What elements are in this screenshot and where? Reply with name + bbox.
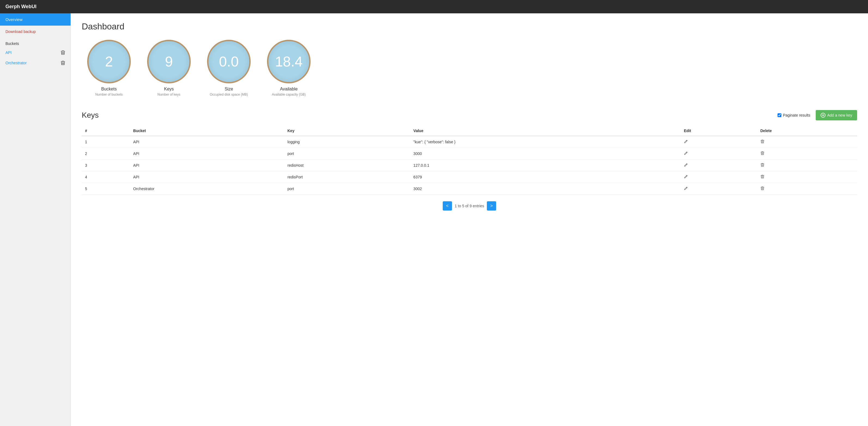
stat-sublabel-keys: Number of keys [157, 93, 180, 96]
stats-row: 2 Buckets Number of buckets 9 Keys Numbe… [87, 40, 857, 96]
col-key: Key [284, 126, 410, 136]
stat-label-size: Size [224, 87, 233, 92]
cell-value: 3000 [410, 148, 681, 160]
delete-orchestrator-icon[interactable] [61, 61, 65, 65]
paginate-label-text: Paginate results [783, 113, 810, 118]
cell-delete[interactable] [757, 148, 857, 160]
cell-num: 2 [82, 148, 130, 160]
page-title: Dashboard [82, 22, 857, 32]
cell-num: 4 [82, 171, 130, 183]
delete-row-icon[interactable] [761, 139, 765, 143]
add-key-label: Add a new key [827, 113, 852, 118]
delete-row-icon[interactable] [761, 163, 765, 167]
sidebar-item-overview[interactable]: Overview [0, 13, 70, 26]
cell-bucket: API [130, 160, 284, 171]
delete-api-icon[interactable] [61, 50, 65, 55]
main-content: Dashboard 2 Buckets Number of buckets 9 … [71, 13, 868, 426]
circle-value-keys: 9 [165, 54, 173, 70]
cell-edit[interactable] [681, 136, 757, 148]
top-nav: Gerph WebUI Fork me on GitHub [0, 0, 868, 13]
prev-page-button[interactable]: < [443, 201, 452, 210]
cell-edit[interactable] [681, 183, 757, 195]
circle-buckets: 2 [87, 40, 131, 84]
sidebar-buckets-label: Buckets [0, 38, 70, 47]
stat-keys: 9 Keys Number of keys [147, 40, 191, 96]
cell-bucket: API [130, 171, 284, 183]
table-row: 4 API redisPort 6379 [82, 171, 857, 183]
table-row: 1 API logging "kue": { "verbose": false … [82, 136, 857, 148]
cell-delete[interactable] [757, 183, 857, 195]
cell-edit[interactable] [681, 160, 757, 171]
stat-available: 18.4 Available Available capacity (GB) [267, 40, 311, 96]
table-row: 3 API redisHost 127.0.0.1 [82, 160, 857, 171]
keys-title: Keys [82, 111, 99, 120]
sidebar: Overview Download backup Buckets API Orc… [0, 13, 71, 426]
cell-delete[interactable] [757, 136, 857, 148]
stat-label-keys: Keys [164, 87, 174, 92]
edit-icon[interactable] [684, 163, 688, 167]
sidebar-bucket-orchestrator-label: Orchestrator [5, 61, 27, 65]
edit-icon[interactable] [684, 186, 688, 190]
edit-icon[interactable] [684, 151, 688, 155]
edit-icon[interactable] [684, 174, 688, 179]
circle-value-buckets: 2 [105, 54, 113, 70]
plus-circle-icon: + [820, 113, 826, 118]
cell-bucket: API [130, 136, 284, 148]
col-bucket: Bucket [130, 126, 284, 136]
cell-value: 3002 [410, 183, 681, 195]
paginate-label[interactable]: Paginate results [778, 113, 810, 118]
stat-sublabel-buckets: Number of buckets [95, 93, 123, 96]
sidebar-bucket-api-label: API [5, 51, 12, 55]
circle-value-size: 0.0 [219, 54, 239, 70]
sidebar-item-orchestrator[interactable]: Orchestrator [0, 58, 70, 68]
cell-delete[interactable] [757, 171, 857, 183]
cell-num: 5 [82, 183, 130, 195]
circle-size: 0.0 [207, 40, 251, 84]
cell-key: redisPort [284, 171, 410, 183]
cell-value: "kue": { "verbose": false } [410, 136, 681, 148]
cell-bucket: API [130, 148, 284, 160]
cell-edit[interactable] [681, 171, 757, 183]
stat-sublabel-available: Available capacity (GB) [272, 93, 306, 96]
col-value: Value [410, 126, 681, 136]
cell-key: redisHost [284, 160, 410, 171]
keys-header-right: Paginate results + Add a new key [778, 110, 857, 121]
circle-keys: 9 [147, 40, 191, 84]
cell-num: 3 [82, 160, 130, 171]
circle-available: 18.4 [267, 40, 311, 84]
stat-sublabel-size: Occupied disk space (MB) [210, 93, 248, 96]
table-header-row: # Bucket Key Value Edit Delete [82, 126, 857, 136]
delete-row-icon[interactable] [761, 151, 765, 155]
cell-edit[interactable] [681, 148, 757, 160]
keys-section-header: Keys Paginate results + Add a new key [82, 110, 857, 121]
col-edit: Edit [681, 126, 757, 136]
stat-size: 0.0 Size Occupied disk space (MB) [207, 40, 251, 96]
keys-table: # Bucket Key Value Edit Delete 1 API log… [82, 126, 857, 195]
cell-value: 127.0.0.1 [410, 160, 681, 171]
table-row: 5 Orchestrator port 3002 [82, 183, 857, 195]
sidebar-item-download[interactable]: Download backup [0, 26, 70, 38]
cell-num: 1 [82, 136, 130, 148]
paginate-checkbox[interactable] [778, 113, 781, 117]
table-row: 2 API port 3000 [82, 148, 857, 160]
fork-ribbon[interactable]: Fork me on GitHub [841, 0, 868, 27]
fork-ribbon-link[interactable]: Fork me on GitHub [857, 0, 868, 3]
cell-value: 6379 [410, 171, 681, 183]
cell-key: port [284, 183, 410, 195]
cell-delete[interactable] [757, 160, 857, 171]
sidebar-item-api[interactable]: API [0, 47, 70, 58]
page-info: 1 to 5 of 9 entries [455, 204, 484, 208]
next-page-button[interactable]: > [487, 201, 496, 210]
edit-icon[interactable] [684, 139, 688, 143]
cell-key: logging [284, 136, 410, 148]
cell-bucket: Orchestrator [130, 183, 284, 195]
add-key-button[interactable]: + Add a new key [816, 110, 857, 121]
col-num: # [82, 126, 130, 136]
stat-label-available: Available [280, 87, 298, 92]
col-delete: Delete [757, 126, 857, 136]
pagination-row: < 1 to 5 of 9 entries > [82, 201, 857, 210]
delete-row-icon[interactable] [761, 174, 765, 179]
stat-buckets: 2 Buckets Number of buckets [87, 40, 131, 96]
stat-label-buckets: Buckets [101, 87, 117, 92]
delete-row-icon[interactable] [761, 186, 765, 190]
